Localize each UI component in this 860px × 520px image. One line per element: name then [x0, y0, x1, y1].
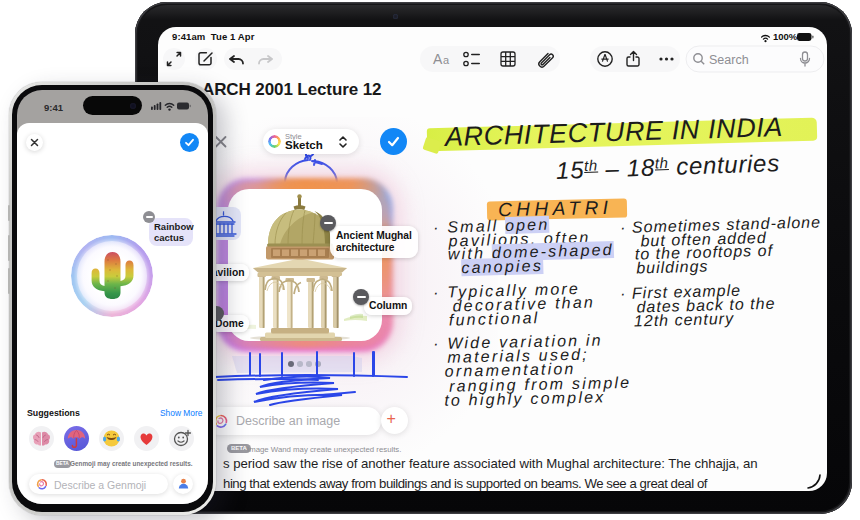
svg-text:Search: Search [709, 53, 749, 67]
svg-text:a: a [443, 54, 450, 66]
svg-text:A: A [433, 51, 443, 67]
